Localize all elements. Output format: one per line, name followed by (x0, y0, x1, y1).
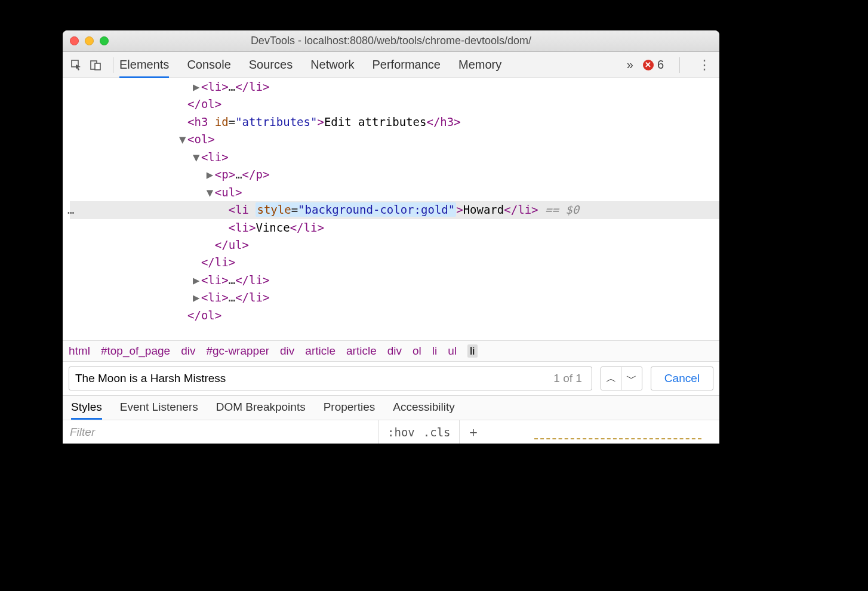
dom-tree-line[interactable]: ▶<li>…</li> (70, 289, 719, 306)
search-nav-buttons: ︿ ﹀ (601, 367, 642, 390)
dom-tree-line[interactable]: ▼<ul> (70, 184, 719, 201)
tab-performance[interactable]: Performance (373, 52, 441, 78)
error-icon: ✕ (643, 60, 654, 70)
styles-filter-input[interactable]: Filter (63, 420, 379, 444)
styles-filter-row: Filter :hov .cls ＋ (63, 420, 719, 444)
settings-menu-icon[interactable]: ⋮ (695, 57, 713, 73)
dom-tree-line[interactable]: </ol> (70, 307, 719, 324)
dom-tree-line[interactable]: <li>Vince</li> (70, 219, 719, 236)
breadcrumb-item[interactable]: html (69, 344, 90, 358)
minimize-window-button[interactable] (85, 36, 94, 45)
breadcrumb-item[interactable]: ol (413, 344, 421, 358)
dom-tree-line[interactable]: ▶<p>…</p> (70, 166, 719, 183)
tab-network[interactable]: Network (310, 52, 354, 78)
toolbar-separator (679, 57, 680, 73)
dom-tree-line[interactable]: <li style="background-color:gold">Howard… (70, 201, 719, 218)
devtools-toolbar: Elements Console Sources Network Perform… (63, 52, 719, 78)
dom-tree-line[interactable]: </li> (70, 254, 719, 271)
dom-breadcrumb: html#top_of_pagediv#gc-wrapperdivarticle… (63, 340, 719, 361)
dom-tree-panel[interactable]: ▶<li>…</li> </ol> <h3 id="attributes">Ed… (63, 78, 719, 340)
dom-tree-line[interactable]: </ol> (70, 96, 719, 113)
inspect-element-icon[interactable] (69, 57, 84, 73)
error-count: 6 (657, 58, 664, 72)
dom-tree-line[interactable]: ▼<ol> (70, 131, 719, 148)
error-count-badge[interactable]: ✕ 6 (643, 58, 664, 72)
dom-tree-line[interactable]: </ul> (70, 236, 719, 254)
dom-tree-line[interactable]: ▶<li>…</li> (70, 272, 719, 289)
more-tabs-icon[interactable]: » (627, 58, 633, 72)
toolbar-separator (113, 57, 113, 73)
search-next-button[interactable]: ﹀ (621, 367, 642, 390)
search-bar: 1 of 1 ︿ ﹀ Cancel (63, 361, 719, 395)
dom-tree-line[interactable]: ▼<li> (70, 149, 719, 166)
search-cancel-button[interactable]: Cancel (651, 367, 713, 390)
devtools-window: DevTools - localhost:8080/web/tools/chro… (63, 30, 719, 444)
svg-rect-2 (95, 63, 100, 70)
breadcrumb-item[interactable]: div (181, 344, 195, 358)
search-prev-button[interactable]: ︿ (601, 367, 621, 390)
breadcrumb-item[interactable]: #top_of_page (101, 344, 170, 358)
tab-console[interactable]: Console (187, 52, 230, 78)
tab-elements[interactable]: Elements (119, 52, 169, 78)
subtab-dom-breakpoints[interactable]: DOM Breakpoints (216, 401, 306, 416)
cls-toggle[interactable]: .cls (423, 426, 451, 439)
dom-tree-line[interactable]: <h3 id="attributes">Edit attributes</h3> (70, 113, 719, 131)
search-count: 1 of 1 (553, 372, 582, 385)
breadcrumb-item[interactable]: article (346, 344, 377, 358)
toolbar-right: » ✕ 6 ⋮ (627, 57, 713, 73)
traffic-lights (70, 36, 109, 45)
breadcrumb-item[interactable]: ul (448, 344, 457, 358)
tab-memory[interactable]: Memory (458, 52, 501, 78)
subtab-event-listeners[interactable]: Event Listeners (120, 401, 198, 416)
window-titlebar: DevTools - localhost:8080/web/tools/chro… (63, 30, 719, 52)
device-toolbar-icon[interactable] (88, 57, 103, 73)
dom-tree-line[interactable]: ▶<li>…</li> (70, 78, 719, 96)
styles-subtabs: Styles Event Listeners DOM Breakpoints P… (63, 395, 719, 420)
main-tabs: Elements Console Sources Network Perform… (119, 52, 627, 78)
breadcrumb-item[interactable]: li (432, 344, 437, 358)
breadcrumb-item[interactable]: article (305, 344, 335, 358)
styles-toggles: :hov .cls (379, 420, 460, 444)
breadcrumb-item[interactable]: div (280, 344, 294, 358)
subtab-styles[interactable]: Styles (71, 401, 102, 416)
search-box: 1 of 1 (69, 367, 592, 390)
breadcrumb-item[interactable]: li (467, 344, 477, 358)
breadcrumb-item[interactable]: div (387, 344, 402, 358)
subtab-properties[interactable]: Properties (324, 401, 375, 416)
search-input[interactable] (75, 372, 553, 385)
hov-toggle[interactable]: :hov (387, 426, 415, 439)
subtab-accessibility[interactable]: Accessibility (393, 401, 454, 416)
breadcrumb-item[interactable]: #gc-wrapper (206, 344, 269, 358)
tab-sources[interactable]: Sources (249, 52, 293, 78)
new-style-rule-button[interactable]: ＋ (460, 423, 487, 441)
dashed-border-decor (534, 438, 701, 442)
window-title: DevTools - localhost:8080/web/tools/chro… (63, 35, 719, 47)
zoom-window-button[interactable] (100, 36, 109, 45)
close-window-button[interactable] (70, 36, 79, 45)
